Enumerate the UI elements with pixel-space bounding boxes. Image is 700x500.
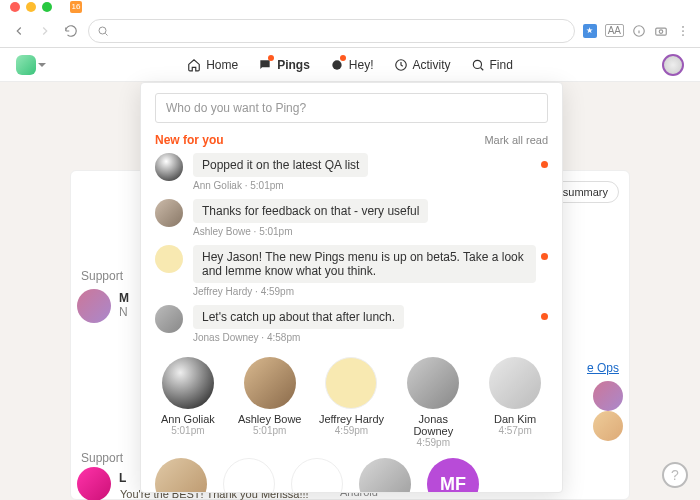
people-row-more: MF xyxy=(155,458,548,492)
notification-dot-icon xyxy=(268,55,274,61)
nav-label: Home xyxy=(206,58,238,72)
avatar xyxy=(77,289,111,323)
nav-label: Pings xyxy=(277,58,310,72)
browser-right-icons: ★ AA xyxy=(583,24,690,38)
ping-search-input[interactable] xyxy=(155,93,548,123)
current-user-avatar[interactable] xyxy=(662,54,684,76)
nav-find[interactable]: Find xyxy=(471,58,513,72)
person-name: Jonas Downey xyxy=(400,413,466,437)
avatar[interactable] xyxy=(155,458,207,492)
url-bar[interactable] xyxy=(88,19,575,43)
avatar xyxy=(489,357,541,409)
person-time: 4:59pm xyxy=(319,425,385,436)
avatar xyxy=(162,357,214,409)
svg-rect-2 xyxy=(656,28,667,35)
person-name: Jeffrey Hardy xyxy=(319,413,385,425)
avatar xyxy=(155,199,183,227)
avatar-initials[interactable]: MF xyxy=(427,458,479,492)
info-icon[interactable] xyxy=(632,24,646,38)
person-name: M xyxy=(119,291,129,305)
svg-point-9 xyxy=(473,60,481,68)
person-name: L xyxy=(119,471,126,485)
text-size-icon[interactable]: AA xyxy=(605,24,624,37)
svg-point-7 xyxy=(332,60,341,69)
ping-message[interactable]: Thanks for feedback on that - very usefu… xyxy=(155,199,548,237)
home-icon xyxy=(187,58,201,72)
message-text: Thanks for feedback on that - very usefu… xyxy=(193,199,428,223)
avatar xyxy=(77,467,111,500)
svg-point-5 xyxy=(682,30,684,32)
ping-message[interactable]: Let's catch up about that after lunch. J… xyxy=(155,305,548,343)
svg-point-4 xyxy=(682,26,684,28)
svg-point-0 xyxy=(99,27,106,34)
message-text: Let's catch up about that after lunch. xyxy=(193,305,404,329)
person-item[interactable]: Dan Kim 4:57pm xyxy=(482,357,548,448)
search-icon xyxy=(97,25,109,37)
person-item[interactable]: Jonas Downey 4:59pm xyxy=(400,357,466,448)
avatar xyxy=(155,305,183,333)
avatar[interactable] xyxy=(223,458,275,492)
message-time: 4:59pm xyxy=(261,286,294,297)
nav-activity[interactable]: Activity xyxy=(394,58,451,72)
nav-label: Activity xyxy=(413,58,451,72)
section-label: Support xyxy=(81,269,123,283)
mark-all-read-button[interactable]: Mark all read xyxy=(484,134,548,146)
person-name: Ashley Bowe xyxy=(237,413,303,425)
person-time: 5:01pm xyxy=(237,425,303,436)
person-time: 5:01pm xyxy=(155,425,221,436)
ping-message[interactable]: Popped it on the latest QA list Ann Goli… xyxy=(155,153,548,191)
avatar[interactable] xyxy=(291,458,343,492)
maximize-window-icon[interactable] xyxy=(42,2,52,12)
tab-favicon: 16 xyxy=(70,1,82,13)
section-header: New for you Mark all read xyxy=(155,133,548,147)
svg-point-3 xyxy=(659,29,663,32)
person-time: 4:57pm xyxy=(482,425,548,436)
unread-dot-icon xyxy=(541,161,548,168)
camera-icon[interactable] xyxy=(654,24,668,38)
avatar xyxy=(593,381,623,411)
browser-toolbar: ★ AA xyxy=(0,14,700,47)
extension-badge-icon[interactable]: ★ xyxy=(583,24,597,38)
message-author: Jeffrey Hardy xyxy=(193,286,252,297)
browser-chrome: 16 ★ AA xyxy=(0,0,700,48)
app-nav: Home Pings Hey! Activity Find xyxy=(0,48,700,82)
nav-label: Find xyxy=(490,58,513,72)
unread-dot-icon xyxy=(541,313,548,320)
ping-message[interactable]: Hey Jason! The new Pings menu is up on b… xyxy=(155,245,548,297)
nav-label: Hey! xyxy=(349,58,374,72)
message-author: Jonas Downey xyxy=(193,332,259,343)
nav-pings[interactable]: Pings xyxy=(258,58,310,72)
section-label: Support xyxy=(81,451,123,465)
unread-dot-icon xyxy=(541,253,548,260)
person-item[interactable]: Ann Goliak 5:01pm xyxy=(155,357,221,448)
reload-icon[interactable] xyxy=(62,22,80,40)
new-for-you-label: New for you xyxy=(155,133,224,147)
person-item[interactable]: Jeffrey Hardy 4:59pm xyxy=(319,357,385,448)
forward-icon[interactable] xyxy=(36,22,54,40)
person-item[interactable]: Ashley Bowe 5:01pm xyxy=(237,357,303,448)
message-time: 5:01pm xyxy=(259,226,292,237)
person-sub: N xyxy=(119,305,128,319)
person-time: 4:59pm xyxy=(400,437,466,448)
person-name: Ann Goliak xyxy=(155,413,221,425)
nav-hey[interactable]: Hey! xyxy=(330,58,374,72)
avatar xyxy=(155,153,183,181)
message-author: Ashley Bowe xyxy=(193,226,251,237)
close-window-icon[interactable] xyxy=(10,2,20,12)
avatar xyxy=(244,357,296,409)
avatar xyxy=(325,357,377,409)
menu-dots-icon[interactable] xyxy=(676,24,690,38)
nav-home[interactable]: Home xyxy=(187,58,238,72)
avatar xyxy=(593,411,623,441)
message-text: Hey Jason! The new Pings menu is up on b… xyxy=(193,245,536,283)
people-row: Ann Goliak 5:01pm Ashley Bowe 5:01pm Jef… xyxy=(155,357,548,448)
svg-point-6 xyxy=(682,34,684,36)
minimize-window-icon[interactable] xyxy=(26,2,36,12)
activity-icon xyxy=(394,58,408,72)
back-icon[interactable] xyxy=(10,22,28,40)
help-button[interactable]: ? xyxy=(662,462,688,488)
app-logo[interactable] xyxy=(16,55,36,75)
avatar[interactable] xyxy=(359,458,411,492)
message-text: Popped it on the latest QA list xyxy=(193,153,368,177)
ops-link[interactable]: e Ops xyxy=(587,361,619,375)
